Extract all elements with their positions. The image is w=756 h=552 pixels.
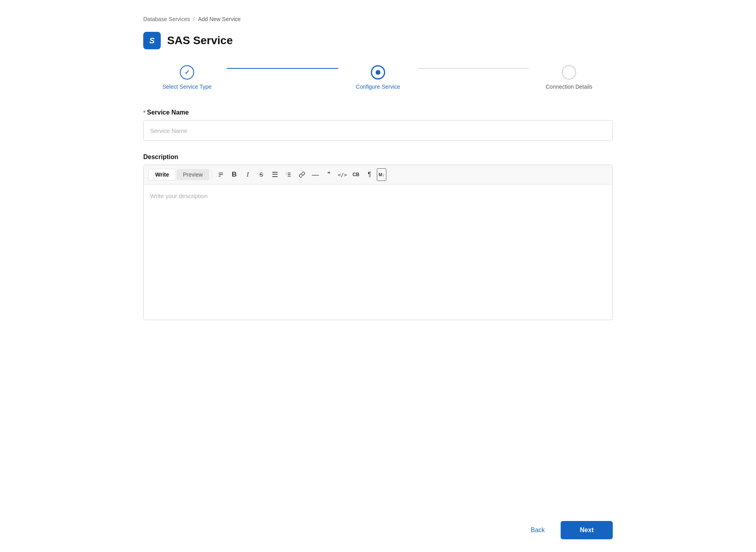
page-footer: Back Next [119,508,637,552]
svg-text:2: 2 [286,173,287,175]
stepper-circle-2 [371,65,385,80]
breadcrumb-separator: / [193,16,195,22]
required-star: * [143,109,145,116]
write-tab[interactable]: Write [148,169,176,181]
breadcrumb: Database Services / Add New Service [143,16,613,22]
italic-button[interactable]: I [242,168,254,181]
stepper-line-2 [418,68,529,69]
toolbar-divider-1 [212,171,212,179]
next-button[interactable]: Next [561,521,613,539]
code-button[interactable]: </> [336,168,349,181]
sas-logo: S [143,32,161,49]
markdown-button[interactable]: M↓ [377,168,387,181]
quote-button[interactable]: " [323,168,335,181]
stepper-line-1 [227,68,338,69]
stepper-label-3: Connection Details [546,84,592,90]
back-button[interactable]: Back [521,522,555,538]
description-section: Description Write Preview B I [143,154,613,320]
page-title: SAS Service [167,34,233,47]
breadcrumb-parent: Database Services [143,16,190,22]
strikethrough-button[interactable]: S [255,168,268,181]
stepper: Select Service Type Configure Service Co… [143,65,613,90]
link-button[interactable] [296,168,308,181]
service-name-section: * Service Name [143,109,613,141]
stepper-step-3: Connection Details [529,65,609,90]
editor-placeholder: Write your description [150,192,208,199]
editor-toolbar: Write Preview B I S ☰ [144,165,612,185]
breadcrumb-current: Add New Service [198,16,240,22]
paragraph-button[interactable]: ¶ [363,168,376,181]
unordered-list-button[interactable]: ☰ [269,168,281,181]
editor-body[interactable]: Write your description [144,185,612,320]
active-dot [376,70,380,75]
stepper-circle-1 [180,65,194,80]
page-header: S SAS Service [143,32,613,49]
service-name-input[interactable] [143,120,613,141]
stepper-step-2: Configure Service [338,65,418,90]
editor-container: Write Preview B I S ☰ [143,165,613,320]
description-label: Description [143,154,613,161]
service-name-label: * Service Name [143,109,613,116]
heading-button[interactable] [214,168,227,181]
stepper-circle-3 [562,65,576,80]
bold-button[interactable]: B [228,168,241,181]
preview-tab[interactable]: Preview [177,169,209,180]
check-icon [185,69,190,76]
hr-button[interactable]: — [309,168,322,181]
stepper-label-2: Configure Service [356,84,400,90]
stepper-step-1: Select Service Type [147,65,227,90]
ordered-list-button[interactable]: 1 2 [282,168,295,181]
stepper-label-1: Select Service Type [162,84,211,90]
code-block-button[interactable]: CB [350,168,362,181]
